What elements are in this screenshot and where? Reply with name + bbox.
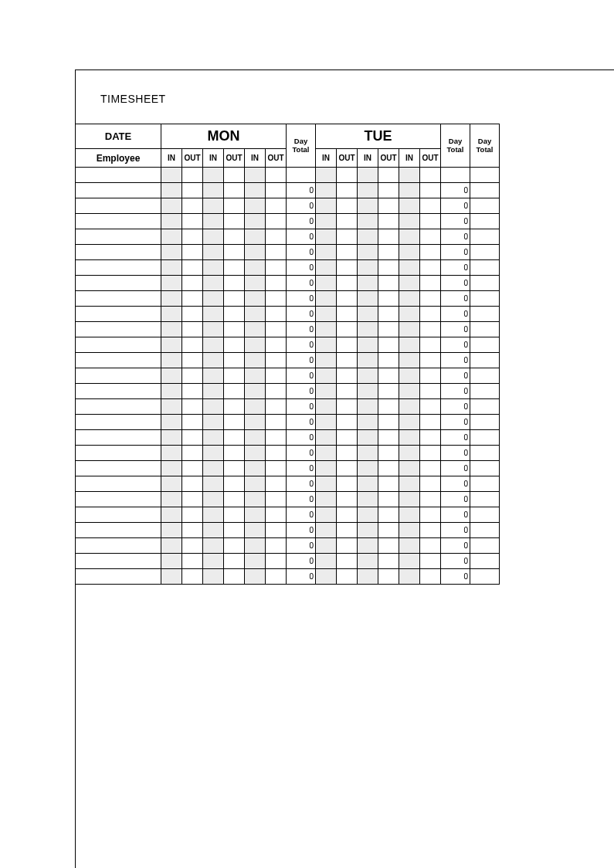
in-cell[interactable] xyxy=(316,245,337,260)
in-cell[interactable] xyxy=(358,198,378,214)
out-cell[interactable] xyxy=(337,245,358,260)
in-cell[interactable] xyxy=(203,337,224,353)
in-cell[interactable] xyxy=(316,198,337,214)
in-cell[interactable] xyxy=(161,399,182,415)
out-cell[interactable] xyxy=(182,229,203,245)
in-cell[interactable] xyxy=(316,461,337,476)
blank-cell[interactable] xyxy=(76,168,161,183)
out-cell[interactable] xyxy=(182,368,203,384)
employee-cell[interactable] xyxy=(76,260,161,276)
employee-cell[interactable] xyxy=(76,430,161,446)
in-cell[interactable] xyxy=(316,399,337,415)
in-cell[interactable] xyxy=(316,337,337,353)
in-cell[interactable] xyxy=(203,229,224,245)
in-cell[interactable] xyxy=(358,307,378,322)
out-cell[interactable] xyxy=(266,337,287,353)
out-cell[interactable] xyxy=(182,307,203,322)
in-cell[interactable] xyxy=(161,322,182,337)
out-cell[interactable] xyxy=(420,476,441,492)
in-cell[interactable] xyxy=(358,538,378,554)
in-cell[interactable] xyxy=(358,368,378,384)
employee-cell[interactable] xyxy=(76,368,161,384)
in-cell[interactable] xyxy=(161,523,182,538)
out-cell[interactable] xyxy=(420,554,441,569)
in-cell[interactable] xyxy=(358,523,378,538)
out-cell[interactable] xyxy=(378,523,399,538)
out-cell[interactable] xyxy=(266,183,287,198)
in-cell[interactable] xyxy=(203,245,224,260)
employee-cell[interactable] xyxy=(76,198,161,214)
day-total-cell[interactable] xyxy=(470,446,500,461)
in-cell[interactable] xyxy=(203,183,224,198)
out-cell[interactable] xyxy=(420,183,441,198)
out-cell[interactable] xyxy=(420,229,441,245)
out-cell[interactable] xyxy=(266,322,287,337)
out-cell[interactable] xyxy=(420,276,441,291)
employee-cell[interactable] xyxy=(76,476,161,492)
in-cell[interactable] xyxy=(399,415,420,430)
out-cell[interactable] xyxy=(337,276,358,291)
out-cell[interactable] xyxy=(224,415,245,430)
in-cell[interactable] xyxy=(399,291,420,307)
day-total-cell[interactable] xyxy=(470,430,500,446)
out-cell[interactable] xyxy=(378,198,399,214)
out-cell[interactable] xyxy=(266,476,287,492)
employee-cell[interactable] xyxy=(76,415,161,430)
day-total-cell[interactable] xyxy=(470,507,500,523)
day-total-cell[interactable] xyxy=(470,399,500,415)
out-cell[interactable] xyxy=(337,291,358,307)
day-total-cell[interactable] xyxy=(470,353,500,368)
out-cell[interactable] xyxy=(337,538,358,554)
out-cell[interactable] xyxy=(420,415,441,430)
employee-cell[interactable] xyxy=(76,507,161,523)
out-cell[interactable] xyxy=(378,307,399,322)
out-cell[interactable] xyxy=(337,229,358,245)
out-cell[interactable] xyxy=(224,476,245,492)
in-cell[interactable] xyxy=(203,322,224,337)
day-total-cell[interactable] xyxy=(470,307,500,322)
out-cell[interactable] xyxy=(266,554,287,569)
out-cell[interactable] xyxy=(182,353,203,368)
day-total-cell[interactable] xyxy=(287,168,316,183)
in-cell[interactable] xyxy=(203,260,224,276)
employee-cell[interactable] xyxy=(76,384,161,399)
employee-cell[interactable] xyxy=(76,276,161,291)
in-cell[interactable] xyxy=(161,276,182,291)
out-cell[interactable] xyxy=(337,183,358,198)
out-cell[interactable] xyxy=(337,168,358,183)
in-cell[interactable] xyxy=(161,229,182,245)
in-cell[interactable] xyxy=(316,569,337,585)
out-cell[interactable] xyxy=(378,569,399,585)
out-cell[interactable] xyxy=(182,214,203,229)
out-cell[interactable] xyxy=(378,337,399,353)
in-cell[interactable] xyxy=(203,168,224,183)
in-cell[interactable] xyxy=(316,229,337,245)
in-cell[interactable] xyxy=(358,492,378,507)
in-cell[interactable] xyxy=(358,168,378,183)
in-cell[interactable] xyxy=(316,168,337,183)
employee-cell[interactable] xyxy=(76,214,161,229)
out-cell[interactable] xyxy=(182,476,203,492)
in-cell[interactable] xyxy=(358,260,378,276)
in-cell[interactable] xyxy=(245,569,266,585)
in-cell[interactable] xyxy=(358,291,378,307)
out-cell[interactable] xyxy=(378,168,399,183)
out-cell[interactable] xyxy=(266,276,287,291)
in-cell[interactable] xyxy=(358,554,378,569)
out-cell[interactable] xyxy=(420,353,441,368)
out-cell[interactable] xyxy=(420,523,441,538)
out-cell[interactable] xyxy=(266,461,287,476)
in-cell[interactable] xyxy=(203,214,224,229)
in-cell[interactable] xyxy=(358,229,378,245)
out-cell[interactable] xyxy=(224,461,245,476)
out-cell[interactable] xyxy=(420,337,441,353)
in-cell[interactable] xyxy=(399,214,420,229)
out-cell[interactable] xyxy=(337,476,358,492)
out-cell[interactable] xyxy=(224,307,245,322)
in-cell[interactable] xyxy=(316,538,337,554)
out-cell[interactable] xyxy=(182,245,203,260)
out-cell[interactable] xyxy=(224,229,245,245)
in-cell[interactable] xyxy=(161,368,182,384)
in-cell[interactable] xyxy=(203,276,224,291)
in-cell[interactable] xyxy=(399,446,420,461)
